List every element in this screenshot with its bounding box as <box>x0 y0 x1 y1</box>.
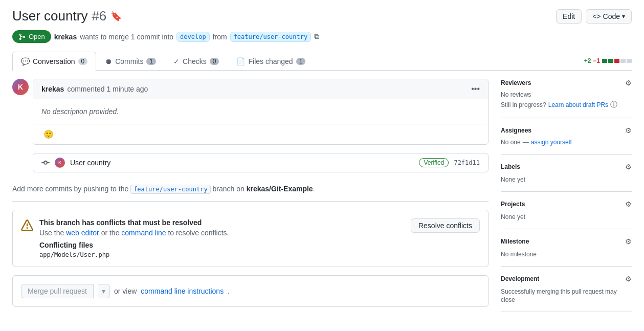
labels-title: Labels <box>501 163 520 170</box>
code-icon: <> <box>592 12 601 20</box>
milestone-title: Milestone <box>501 238 529 245</box>
target-branch[interactable]: develop <box>176 32 210 42</box>
chevron-down-icon: ▾ <box>622 13 625 20</box>
sidebar-labels: Labels ⚙ None yet <box>501 155 632 192</box>
sidebar-assignees: Assignees ⚙ No one — assign yourself <box>501 118 632 155</box>
labels-gear-icon[interactable]: ⚙ <box>625 163 632 171</box>
pr-title: User country #6 🔖 <box>12 8 122 24</box>
resolve-conflicts-button[interactable]: Resolve conflicts <box>411 218 480 233</box>
repo-link: krekas/Git-Example <box>247 185 313 193</box>
checks-icon: ✓ <box>173 57 180 65</box>
assign-yourself-link[interactable]: assign yourself <box>531 139 572 146</box>
milestone-value: No milestone <box>501 251 537 258</box>
assignees-gear-icon[interactable]: ⚙ <box>625 126 632 135</box>
projects-gear-icon[interactable]: ⚙ <box>625 200 632 208</box>
conflicts-box: This branch has conflicts that must be r… <box>12 210 488 267</box>
commit-verified-badge: Verified <box>419 158 449 167</box>
labels-value: None yet <box>501 176 525 183</box>
warning-icon <box>21 219 33 232</box>
comment-text: No description provided. <box>41 107 480 116</box>
tab-commits[interactable]: ⏺ Commits 1 <box>96 52 165 71</box>
diff-bar-block-gray-1 <box>620 59 626 63</box>
avatar: K <box>12 79 29 95</box>
diff-stats: +2 −1 <box>584 57 632 64</box>
comment-thread: krekas commented 1 minute ago ••• No des… <box>33 79 488 145</box>
diff-bar-block-gray-2 <box>627 59 632 63</box>
diff-bar-block-green-1 <box>602 59 607 63</box>
sidebar-development: Development ⚙ Successfully merging this … <box>501 267 632 312</box>
more-options-button[interactable]: ••• <box>471 84 480 94</box>
sidebar-milestone: Milestone ⚙ No milestone <box>501 229 632 267</box>
status-badge: Open <box>12 30 51 43</box>
milestone-gear-icon[interactable]: ⚙ <box>625 237 632 246</box>
commenter-name: krekas <box>41 85 64 93</box>
source-branch[interactable]: feature/user-country <box>230 32 312 42</box>
header-actions: Edit <> User country Code ▾ <box>556 9 632 24</box>
branch-code: feature/user-country <box>130 185 211 194</box>
commit-avatar: K <box>55 158 65 168</box>
tabs: 💬 Conversation 0 ⏺ Commits 1 ✓ Checks 0 … <box>12 51 314 70</box>
assignees-value: No one <box>501 139 521 146</box>
development-value: Successfully merging this pull request m… <box>501 288 617 303</box>
web-editor-link[interactable]: web editor <box>66 229 99 237</box>
reviewers-gear-icon[interactable]: ⚙ <box>625 79 632 87</box>
emoji-reaction-button[interactable]: 🙂 <box>41 128 56 140</box>
conversation-icon: 💬 <box>21 57 30 65</box>
commit-row: K User country Verified 72f1d11 <box>33 153 488 172</box>
draft-pr-link[interactable]: Learn about draft PRs <box>548 101 608 108</box>
comment-header: krekas commented 1 minute ago ••• <box>33 79 488 99</box>
reviewers-title: Reviewers <box>501 79 531 86</box>
comment-time: commented 1 minute ago <box>67 85 148 93</box>
push-info: Add more commits by pushing to the featu… <box>12 181 488 202</box>
command-line-link[interactable]: command line <box>121 229 166 237</box>
tab-files-changed[interactable]: 📄 Files changed 1 <box>228 52 314 71</box>
pr-meta: Open krekas wants to merge 1 commit into… <box>12 30 632 43</box>
tab-conversation[interactable]: 💬 Conversation 0 <box>12 52 96 71</box>
command-line-instructions-link[interactable]: command line instructions <box>141 287 224 295</box>
edit-button[interactable]: Edit <box>556 9 582 24</box>
tabs-container: 💬 Conversation 0 ⏺ Commits 1 ✓ Checks 0 … <box>12 51 632 71</box>
code-button[interactable]: <> User country Code ▾ <box>586 9 632 24</box>
diff-bar <box>602 59 632 63</box>
projects-title: Projects <box>501 201 525 208</box>
projects-value: None yet <box>501 213 525 220</box>
commits-icon: ⏺ <box>105 57 112 65</box>
conflicts-details: This branch has conflicts that must be r… <box>39 218 229 258</box>
sidebar-projects: Projects ⚙ None yet <box>501 192 632 229</box>
conflicts-content: This branch has conflicts that must be r… <box>21 218 229 258</box>
comment-footer: 🙂 <box>33 124 488 144</box>
tab-checks[interactable]: ✓ Checks 0 <box>165 52 228 71</box>
diff-bar-block-green-2 <box>608 59 613 63</box>
assignees-title: Assignees <box>501 127 531 134</box>
left-column: K krekas commented 1 minute ago ••• No d… <box>12 79 488 312</box>
reviewers-value: No reviews <box>501 91 632 98</box>
merge-area: Merge pull request ▾ or view command lin… <box>12 275 488 307</box>
conflicts-desc: Use the web editor or the command line t… <box>39 229 229 237</box>
git-merge-icon <box>18 33 26 40</box>
info-icon[interactable]: ⓘ <box>610 100 617 109</box>
conflicting-files-title: Conflicting files <box>39 241 229 249</box>
merge-dropdown-button[interactable]: ▾ <box>98 284 110 298</box>
copy-icon[interactable]: ⧉ <box>314 32 319 41</box>
conflict-file: app/Models/User.php <box>39 251 229 258</box>
merge-pull-request-button: Merge pull request <box>21 284 94 298</box>
commit-icon <box>41 159 50 167</box>
bookmark-icon[interactable]: 🔖 <box>110 11 122 22</box>
commit-hash: 72f1d11 <box>454 159 480 166</box>
conflicts-title: This branch has conflicts that must be r… <box>39 218 229 227</box>
comment-body: No description provided. <box>33 99 488 124</box>
diff-bar-block-red-1 <box>614 59 619 63</box>
right-column: Reviewers ⚙ No reviews Still in progress… <box>501 79 632 312</box>
commit-message: User country <box>70 159 414 167</box>
development-title: Development <box>501 275 539 282</box>
files-icon: 📄 <box>236 57 245 65</box>
sidebar-reviewers: Reviewers ⚙ No reviews Still in progress… <box>501 79 632 118</box>
development-gear-icon[interactable]: ⚙ <box>625 275 632 283</box>
